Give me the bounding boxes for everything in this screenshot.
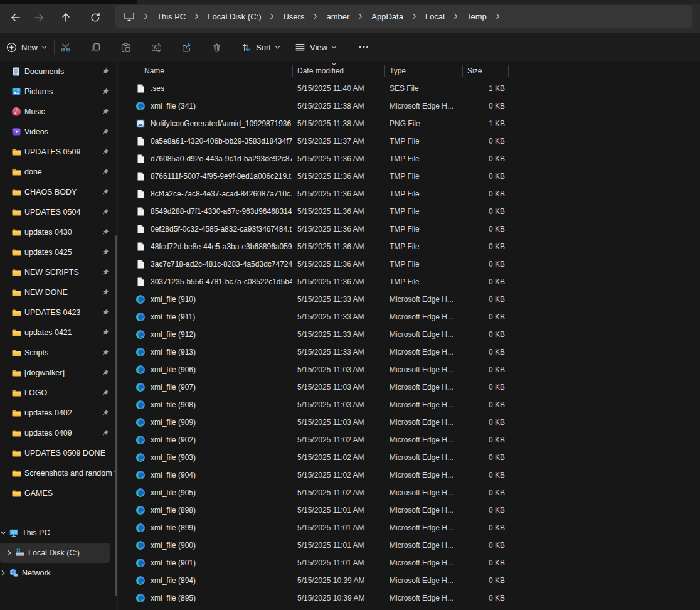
- column-header-type[interactable]: Type: [384, 62, 462, 80]
- chevron-right-icon[interactable]: [6, 550, 13, 556]
- sidebar-item-updates-0509-done[interactable]: UPDATES 0509 DONE: [0, 443, 117, 463]
- chevron-down-icon[interactable]: [0, 530, 6, 536]
- sidebar-scrollbar[interactable]: [115, 235, 117, 596]
- file-row[interactable]: xml_file (898)5/15/2025 11:01 AMMicrosof…: [125, 501, 700, 519]
- delete-button[interactable]: [204, 36, 229, 58]
- file-name: xml_file (908): [151, 400, 196, 409]
- sidebar-item-updates-0402[interactable]: updates 0402: [0, 403, 117, 423]
- sidebar-item-updates-0421[interactable]: updates 0421: [0, 323, 117, 343]
- sidebar-item-new-scripts[interactable]: NEW SCRIPTS: [0, 262, 117, 282]
- file-row[interactable]: xml_file (341)5/15/2025 11:38 AMMicrosof…: [125, 97, 700, 115]
- png-icon: [135, 119, 146, 129]
- file-row[interactable]: xml_file (907)5/15/2025 11:03 AMMicrosof…: [125, 378, 700, 396]
- file-row[interactable]: xml_file (900)5/15/2025 11:01 AMMicrosof…: [125, 537, 700, 554]
- file-row[interactable]: xml_file (908)5/15/2025 11:03 AMMicrosof…: [125, 396, 700, 414]
- sidebar-item-label: updates 0421: [24, 328, 72, 337]
- more-button[interactable]: [351, 36, 376, 58]
- file-row[interactable]: xml_file (901)5/15/2025 11:01 AMMicrosof…: [125, 554, 700, 572]
- sidebar-item-videos[interactable]: Videos: [0, 122, 117, 142]
- forward-button[interactable]: [27, 6, 51, 29]
- file-row[interactable]: 0ef28d5f-0c32-4585-a832-ca93f3467484.t..…: [125, 220, 700, 238]
- file-row[interactable]: 8549d288-d7f1-4330-a67c-963d96468314....…: [125, 203, 700, 220]
- sidebar-item-updates-0409[interactable]: updates 0409: [0, 423, 117, 443]
- breadcrumb-chevron-icon[interactable]: [270, 13, 274, 19]
- breadcrumb-item[interactable]: Local: [425, 12, 445, 21]
- sidebar-item-scripts[interactable]: Scripts: [0, 343, 117, 363]
- sidebar-tree-this-pc[interactable]: This PC: [0, 523, 117, 543]
- file-row[interactable]: xml_file (904)5/15/2025 11:02 AMMicrosof…: [125, 466, 700, 484]
- sidebar-item-games[interactable]: GAMES: [0, 483, 117, 503]
- file-row[interactable]: xml_file (909)5/15/2025 11:03 AMMicrosof…: [125, 414, 700, 431]
- file-row[interactable]: 30371235-b556-4781-bc7a-c08522c1d5b4...5…: [125, 273, 700, 291]
- sidebar-item-updates-0504[interactable]: UPDATES 0504: [0, 202, 117, 222]
- file-row[interactable]: 48fcd72d-be8e-44e5-a3ba-e3b68896a059...5…: [125, 238, 700, 255]
- file-row[interactable]: 8cf4a2ce-7ac8-4e37-acad-8426087a710c....…: [125, 185, 700, 203]
- breadcrumb-chevron-icon[interactable]: [313, 13, 317, 19]
- file-row[interactable]: xml_file (894)5/15/2025 10:39 AMMicrosof…: [125, 572, 700, 589]
- breadcrumb-item[interactable]: Local Disk (C:): [208, 12, 261, 21]
- file-row[interactable]: xml_file (906)5/15/2025 11:03 AMMicrosof…: [125, 361, 700, 378]
- file-row[interactable]: xml_file (912)5/15/2025 11:33 AMMicrosof…: [125, 326, 700, 343]
- file-row[interactable]: xml_file (903)5/15/2025 11:02 AMMicrosof…: [125, 449, 700, 466]
- file-row[interactable]: xml_file (905)5/15/2025 11:02 AMMicrosof…: [125, 484, 700, 501]
- column-header-date-modified[interactable]: Date modified: [292, 62, 384, 80]
- cut-button[interactable]: [53, 36, 78, 58]
- share-button[interactable]: [174, 36, 199, 58]
- column-header-size[interactable]: Size: [462, 62, 509, 80]
- sidebar-item-documents[interactable]: Documents: [0, 62, 117, 82]
- paste-button[interactable]: [113, 36, 138, 58]
- file-name: 8549d288-d7f1-4330-a67c-963d96468314....: [151, 207, 292, 216]
- breadcrumb-chevron-icon[interactable]: [144, 13, 148, 19]
- file-row[interactable]: xml_file (913)5/15/2025 11:33 AMMicrosof…: [125, 343, 700, 361]
- file-size-cell: 1 KB: [462, 80, 509, 97]
- file-row[interactable]: d76085a0-d92e-443a-9c1d-ba293de92c87...5…: [125, 150, 700, 168]
- sidebar-item-logo[interactable]: LOGO: [0, 383, 117, 403]
- sidebar-item--dogwalker-[interactable]: [dogwalker]: [0, 363, 117, 383]
- file-row[interactable]: .ses5/15/2025 11:40 AMSES File1 KB: [125, 80, 700, 97]
- sidebar-item-chaos-body[interactable]: CHAOS BODY: [0, 182, 117, 202]
- breadcrumb-item[interactable]: This PC: [157, 12, 186, 21]
- breadcrumb-item[interactable]: amber: [326, 12, 349, 21]
- sidebar-item-updates-0423[interactable]: UPDATES 0423: [0, 302, 117, 323]
- file-type-cell: Microsoft Edge H...: [384, 519, 462, 537]
- back-button[interactable]: [4, 6, 28, 29]
- breadcrumb-chevron-icon[interactable]: [194, 13, 199, 19]
- sidebar-item-screenshots-and-random-f[interactable]: Screenshots and random f: [0, 463, 117, 483]
- sidebar-item-updates-0509[interactable]: UPDATES 0509: [0, 142, 117, 162]
- sidebar-item-pictures[interactable]: Pictures: [0, 82, 117, 102]
- file-row[interactable]: xml_file (910)5/15/2025 11:33 AMMicrosof…: [125, 291, 700, 308]
- sidebar-item-music[interactable]: ♪Music: [0, 102, 117, 122]
- breadcrumb-item[interactable]: Users: [283, 12, 304, 21]
- edge-icon: [135, 382, 146, 392]
- rename-button[interactable]: [144, 36, 169, 58]
- file-row[interactable]: NotifyIconGeneratedAumid_10929871936...5…: [125, 115, 700, 132]
- refresh-button[interactable]: [83, 6, 107, 29]
- file-row[interactable]: xml_file (911)5/15/2025 11:33 AMMicrosof…: [125, 308, 700, 326]
- file-row[interactable]: 0a5e8a61-4320-406b-bb29-3583d18434f7....…: [125, 132, 700, 150]
- file-row[interactable]: 8766111f-5007-4f95-9e9f-8ed1a006c219.t..…: [125, 168, 700, 185]
- breadcrumb-chevron-icon[interactable]: [358, 13, 363, 19]
- file-row[interactable]: 3ac7c718-ad2c-481c-8283-4a5d3dc74724...5…: [125, 255, 700, 273]
- sort-button[interactable]: Sort: [241, 36, 280, 58]
- sidebar-tree-local-disk-c-[interactable]: Local Disk (C:): [0, 543, 110, 563]
- file-row[interactable]: xml_file (895)5/15/2025 10:39 AMMicrosof…: [125, 589, 700, 607]
- sidebar-tree-network[interactable]: Network: [0, 563, 117, 583]
- breadcrumb-chevron-icon[interactable]: [453, 13, 458, 19]
- breadcrumb-chevron-icon[interactable]: [496, 13, 500, 19]
- breadcrumb-item[interactable]: AppData: [371, 12, 403, 21]
- sidebar-item-new-done[interactable]: NEW DONE: [0, 282, 117, 302]
- breadcrumb-item[interactable]: Temp: [467, 12, 487, 21]
- sidebar-item-done[interactable]: done: [0, 162, 117, 182]
- up-button[interactable]: [54, 6, 78, 29]
- breadcrumb-chevron-icon[interactable]: [412, 13, 416, 19]
- view-button[interactable]: View: [295, 36, 337, 58]
- copy-button[interactable]: [83, 36, 108, 58]
- chevron-right-icon[interactable]: [0, 570, 6, 576]
- file-row[interactable]: xml_file (902)5/15/2025 11:02 AMMicrosof…: [125, 431, 700, 449]
- sidebar-item-updates-0425[interactable]: updates 0425: [0, 242, 117, 262]
- file-row[interactable]: xml_file (899)5/15/2025 11:01 AMMicrosof…: [125, 519, 700, 537]
- sidebar-item-updates-0430[interactable]: updates 0430: [0, 222, 117, 242]
- column-header-name[interactable]: Name: [125, 62, 292, 80]
- file-date-cell: 5/15/2025 11:03 AM: [292, 396, 384, 414]
- new-button[interactable]: New: [6, 36, 47, 58]
